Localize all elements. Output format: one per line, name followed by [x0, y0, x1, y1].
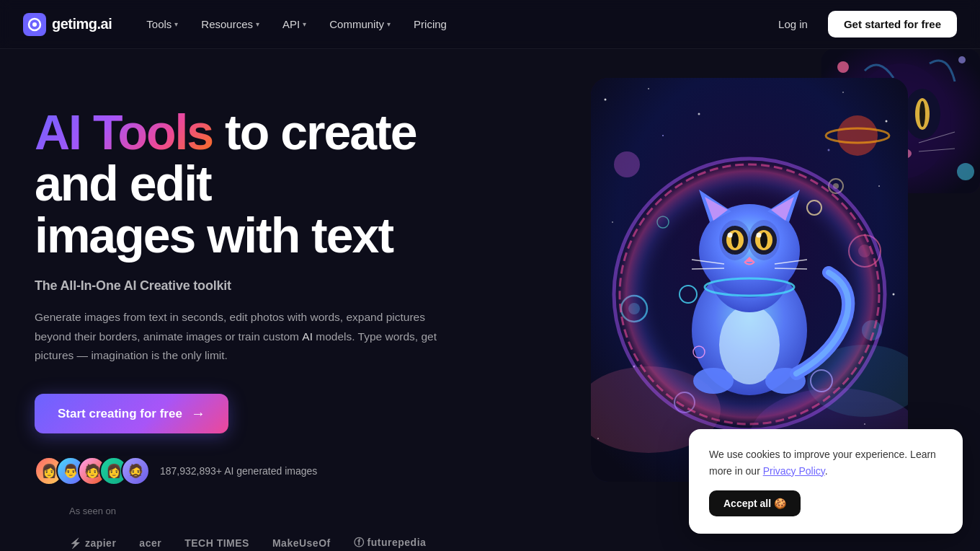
avatar-stack: 👩 👨 🧑 👩 🧔 [35, 457, 150, 485]
seen-on-section: As seen on ⚡ zapier acer TECH TIMES Make… [35, 485, 499, 551]
cta-label: Start creating for free [58, 407, 182, 421]
svg-point-17 [958, 56, 966, 63]
svg-point-22 [698, 113, 700, 115]
svg-point-70 [757, 233, 762, 238]
hero-stats: 👩 👨 🧑 👩 🧔 187,932,893+ AI generated imag… [35, 457, 499, 485]
zapier-logo: ⚡ zapier [69, 537, 116, 549]
cookie-text: We use cookies to improve your experienc… [709, 446, 943, 479]
nav-links: Tools ▾ Resources ▾ API ▾ Community ▾ Pr… [136, 12, 457, 36]
make-use-of-logo: MakeUseOf [272, 537, 331, 549]
space-cat-illustration [591, 78, 908, 482]
svg-point-26 [612, 221, 613, 223]
svg-point-68 [760, 232, 767, 248]
tech-times-logo: TECH TIMES [184, 537, 249, 549]
community-chevron-icon: ▾ [387, 20, 391, 28]
nav-link-pricing[interactable]: Pricing [404, 12, 457, 36]
privacy-policy-link[interactable]: Privacy Policy [763, 465, 825, 477]
svg-point-69 [728, 233, 733, 238]
nav-link-tools[interactable]: Tools ▾ [136, 12, 188, 36]
accept-cookies-button[interactable]: Accept all 🍪 [709, 490, 801, 516]
svg-line-75 [775, 268, 807, 269]
logo[interactable]: getimg.ai [23, 13, 112, 36]
svg-point-25 [878, 185, 880, 187]
svg-point-24 [886, 120, 888, 123]
seen-on-label: As seen on [69, 506, 116, 516]
hero-content: AI Tools to create and editimages with t… [0, 49, 533, 551]
svg-point-33 [662, 135, 664, 136]
avatar: 🧔 [121, 457, 150, 485]
svg-point-18 [957, 163, 974, 180]
arrow-icon: → [191, 405, 205, 422]
cta-button[interactable]: Start creating for free → [35, 394, 228, 433]
resources-chevron-icon: ▾ [256, 20, 259, 28]
navbar: getimg.ai Tools ▾ Resources ▾ API ▾ Comm… [0, 0, 980, 49]
svg-point-29 [893, 294, 895, 296]
svg-point-10 [919, 101, 925, 127]
futurepedia-logo: ⓕ futurepedia [354, 537, 427, 550]
hero-title: AI Tools to create and editimages with t… [35, 107, 499, 261]
svg-point-40 [614, 151, 640, 177]
nav-right: Log in Get started for free [770, 11, 957, 38]
stats-text: 187,932,893+ AI generated images [160, 465, 317, 477]
nav-link-resources[interactable]: Resources ▾ [191, 12, 270, 36]
svg-point-38 [837, 115, 878, 156]
api-chevron-icon: ▾ [303, 20, 306, 28]
tools-chevron-icon: ▾ [174, 20, 178, 28]
logo-icon [23, 13, 46, 36]
svg-point-21 [648, 88, 649, 89]
svg-point-67 [731, 232, 739, 248]
svg-line-73 [692, 268, 724, 269]
hero-image-main [591, 78, 908, 482]
get-started-button[interactable]: Get started for free [828, 11, 957, 38]
seen-on-logos: ⚡ zapier acer TECH TIMES MakeUseOf ⓕ fut… [69, 537, 426, 550]
svg-point-34 [828, 149, 830, 151]
svg-point-76 [693, 368, 734, 394]
cookie-banner: We use cookies to improve your experienc… [689, 429, 963, 534]
nav-left: getimg.ai Tools ▾ Resources ▾ API ▾ Comm… [23, 12, 457, 36]
svg-point-16 [837, 61, 849, 73]
hero-subtitle: The All-In-One AI Creative toolkit [35, 278, 499, 294]
hero-title-highlight: AI Tools [35, 105, 213, 159]
nav-link-api[interactable]: API ▾ [272, 12, 316, 36]
hero-description: Generate images from text in seconds, ed… [35, 308, 453, 365]
nav-link-community[interactable]: Community ▾ [319, 12, 401, 36]
svg-point-23 [842, 92, 844, 93]
svg-point-2 [32, 22, 37, 27]
svg-point-20 [605, 99, 607, 101]
login-button[interactable]: Log in [770, 12, 816, 36]
logo-text: getimg.ai [52, 16, 112, 32]
acer-logo: acer [139, 537, 161, 549]
